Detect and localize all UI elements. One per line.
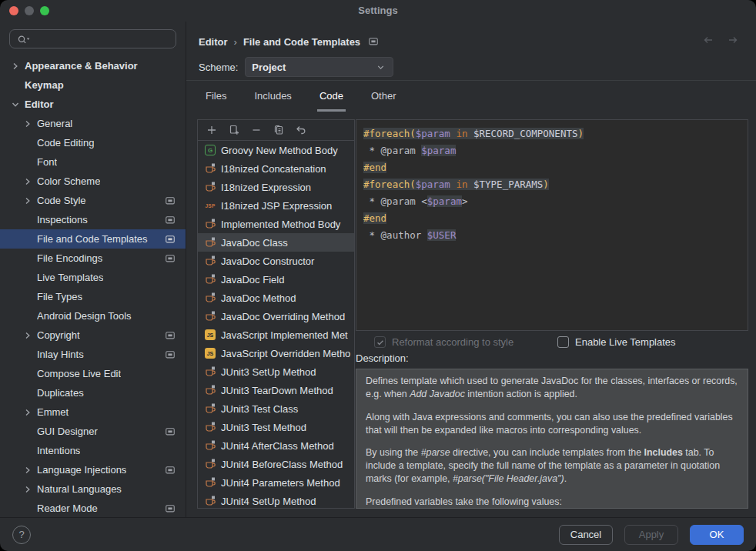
sidebar-item-gui-designer[interactable]: GUI Designer xyxy=(0,422,186,441)
tree-indent xyxy=(22,310,34,322)
add-template-button[interactable] xyxy=(206,124,218,136)
chevron-right-icon[interactable] xyxy=(22,406,34,419)
sidebar-item-label: Emmet xyxy=(37,406,69,418)
description-paragraph: Along with Java expressions and comments… xyxy=(366,411,738,437)
template-item-implemented-method-body[interactable]: Implemented Method Body xyxy=(198,215,354,233)
sidebar-item-editor[interactable]: Editor xyxy=(0,95,186,114)
monitor-icon xyxy=(165,330,176,341)
sidebar-item-duplicates[interactable]: Duplicates xyxy=(0,383,186,402)
template-item-javadoc-method[interactable]: JavaDoc Method xyxy=(198,289,354,307)
scheme-select[interactable]: Project xyxy=(245,57,393,77)
copy-template-button[interactable] xyxy=(273,124,285,136)
ok-button[interactable]: OK xyxy=(690,525,744,545)
template-item-junit4-beforeclass-method[interactable]: JUnit4 BeforeClass Method xyxy=(198,455,354,473)
monitor-icon xyxy=(165,253,176,264)
template-item-junit4-parameters-method[interactable]: JUnit4 Parameters Method xyxy=(198,473,354,492)
description-box[interactable]: Defines template which used to generate … xyxy=(356,369,748,509)
chevron-right-icon[interactable] xyxy=(22,483,34,496)
chevron-right-icon[interactable] xyxy=(22,195,34,207)
sidebar-item-appearance-behavior[interactable]: Appearance & Behavior xyxy=(0,56,186,75)
java-file-icon xyxy=(204,310,216,322)
sidebar-item-reader-mode[interactable]: Reader Mode xyxy=(0,499,186,517)
enable-live-templates-checkbox[interactable]: Enable Live Templates xyxy=(557,336,676,348)
template-item-label: JUnit3 SetUp Method xyxy=(221,366,316,378)
checkbox-unchecked-icon[interactable] xyxy=(557,336,569,348)
template-item-junit4-afterclass-method[interactable]: JUnit4 AfterClass Method xyxy=(198,436,354,455)
template-item-javadoc-constructor[interactable]: JavaDoc Constructor xyxy=(198,252,354,270)
sidebar-item-file-and-code-templates[interactable]: File and Code Templates xyxy=(0,229,186,249)
sidebar-item-label: File and Code Templates xyxy=(37,233,148,245)
settings-content: Editor › File and Code Templates Scheme:… xyxy=(186,22,756,517)
breadcrumb-editor[interactable]: Editor xyxy=(199,36,228,48)
sidebar-item-color-scheme[interactable]: Color Scheme xyxy=(0,172,186,191)
duplicate-template-button[interactable] xyxy=(228,124,240,136)
tab-other[interactable]: Other xyxy=(369,85,399,112)
template-item-i18nized-concatenation[interactable]: I18nized Concatenation xyxy=(198,159,354,178)
sidebar-item-label: Color Scheme xyxy=(37,175,100,187)
tab-code[interactable]: Code xyxy=(317,85,346,112)
sidebar-item-font[interactable]: Font xyxy=(0,152,186,172)
description-paragraph: Defines template which used to generate … xyxy=(366,375,738,401)
template-item-junit3-test-method[interactable]: JUnit3 Test Method xyxy=(198,418,354,436)
chevron-right-icon[interactable] xyxy=(22,464,34,476)
template-item-javadoc-overriding-method[interactable]: JavaDoc Overriding Method xyxy=(198,307,354,326)
help-button[interactable]: ? xyxy=(12,526,31,544)
sidebar-item-live-templates[interactable]: Live Templates xyxy=(0,268,186,287)
sidebar-item-code-style[interactable]: Code Style xyxy=(0,191,186,210)
template-item-label: I18nized JSP Expression xyxy=(221,200,332,212)
sidebar-item-emmet[interactable]: Emmet xyxy=(0,402,186,422)
tab-files[interactable]: Files xyxy=(203,85,229,112)
tab-includes[interactable]: Includes xyxy=(252,85,293,112)
sidebar-item-label: General xyxy=(37,118,72,129)
undo-template-button[interactable] xyxy=(295,124,307,136)
sidebar-item-intentions[interactable]: Intentions xyxy=(0,441,186,460)
template-item-javascript-implemented-met[interactable]: JSJavaScript Implemented Met xyxy=(198,326,354,344)
template-item-label: JavaDoc Overriding Method xyxy=(221,311,345,322)
remove-template-button[interactable] xyxy=(250,124,263,136)
chevron-down-icon[interactable] xyxy=(9,99,22,111)
chevron-right-icon[interactable] xyxy=(22,118,34,130)
settings-window: Settings Appearance & BehaviorKeymapEdit… xyxy=(0,0,756,551)
sidebar-item-keymap[interactable]: Keymap xyxy=(0,75,186,95)
template-item-javascript-overridden-metho[interactable]: JSJavaScript Overridden Metho xyxy=(198,344,354,362)
enable-live-templates-label: Enable Live Templates xyxy=(575,336,676,348)
template-item-junit3-test-class[interactable]: JUnit3 Test Class xyxy=(198,399,354,418)
template-item-i18nized-jsp-expression[interactable]: JSPI18nized JSP Expression xyxy=(198,196,354,215)
template-list: GGroovy New Method BodyI18nized Concaten… xyxy=(198,141,354,508)
tree-indent xyxy=(22,156,34,169)
template-item-junit4-setup-method[interactable]: JUnit4 SetUp Method xyxy=(198,492,354,508)
monitor-icon xyxy=(165,234,176,245)
settings-search-input[interactable] xyxy=(9,29,176,48)
sidebar-item-copyright[interactable]: Copyright xyxy=(0,326,186,345)
template-item-junit3-setup-method[interactable]: JUnit3 SetUp Method xyxy=(198,362,354,381)
template-item-groovy-new-method-body[interactable]: GGroovy New Method Body xyxy=(198,141,354,159)
template-item-javadoc-field[interactable]: JavaDoc Field xyxy=(198,270,354,289)
sidebar-item-file-encodings[interactable]: File Encodings xyxy=(0,249,186,268)
monitor-icon xyxy=(165,503,176,514)
sidebar-item-language-injections[interactable]: Language Injections xyxy=(0,460,186,479)
sidebar-item-android-design-tools[interactable]: Android Design Tools xyxy=(0,306,186,326)
template-item-junit3-teardown-method[interactable]: JUnit3 TearDown Method xyxy=(198,381,354,399)
sidebar-item-natural-languages[interactable]: Natural Languages xyxy=(0,479,186,499)
back-arrow-icon[interactable] xyxy=(702,34,714,46)
chevron-right-icon[interactable] xyxy=(9,60,22,72)
sidebar-item-label: Appearance & Behavior xyxy=(25,60,138,72)
template-item-label: JUnit3 TearDown Method xyxy=(221,385,333,396)
description-label: Description: xyxy=(356,352,409,364)
sidebar-item-general[interactable]: General xyxy=(0,114,186,133)
template-tabs: FilesIncludesCodeOther xyxy=(203,85,398,112)
cancel-button[interactable]: Cancel xyxy=(559,525,613,545)
sidebar-item-inspections[interactable]: Inspections xyxy=(0,210,186,229)
template-item-i18nized-expression[interactable]: I18nized Expression xyxy=(198,178,354,196)
sidebar-item-inlay-hints[interactable]: Inlay Hints xyxy=(0,345,186,364)
forward-arrow-icon[interactable] xyxy=(727,34,739,46)
chevron-right-icon[interactable] xyxy=(22,175,34,188)
sidebar-item-compose-live-edit[interactable]: Compose Live Edit xyxy=(0,364,186,383)
chevron-right-icon[interactable] xyxy=(22,329,34,342)
sidebar-item-label: Compose Live Edit xyxy=(37,368,121,379)
template-editor[interactable]: #foreach($param in $RECORD_COMPONENTS) *… xyxy=(356,119,748,331)
reformat-checkbox: Reformat according to style xyxy=(374,336,513,348)
sidebar-item-code-editing[interactable]: Code Editing xyxy=(0,133,186,152)
template-item-javadoc-class[interactable]: JavaDoc Class xyxy=(198,233,354,252)
sidebar-item-file-types[interactable]: File Types xyxy=(0,287,186,306)
